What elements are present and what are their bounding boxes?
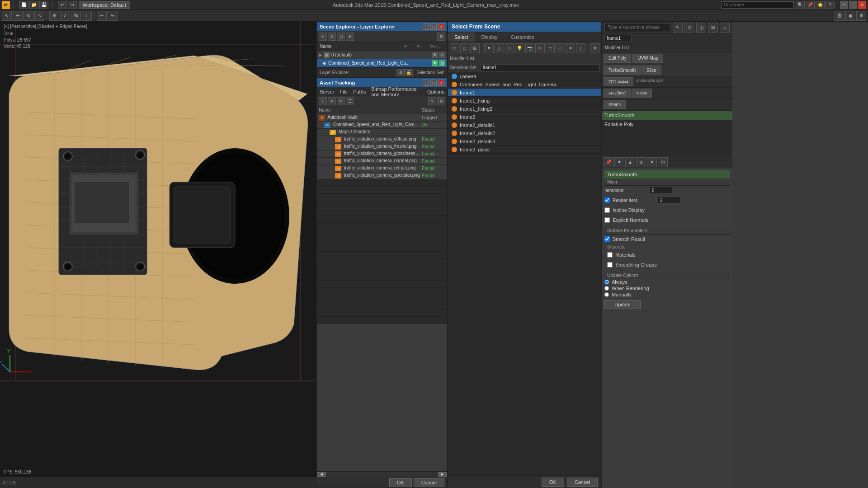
se-close-btn[interactable]: ✕ xyxy=(438,23,444,30)
ts-manually-radio[interactable] xyxy=(604,292,609,297)
angle-snap[interactable]: ∠ xyxy=(60,11,70,21)
pin-btn[interactable]: 📌 xyxy=(806,1,815,9)
uvw-map-btn[interactable]: UVW Map xyxy=(632,54,663,63)
tab-display[interactable]: Display xyxy=(475,33,505,42)
snap-toggle[interactable]: ⊞ xyxy=(49,11,59,21)
at-ok-btn[interactable]: OK xyxy=(389,478,412,487)
at-add-btn[interactable]: + xyxy=(319,97,327,105)
modifier-select-crossing-btn[interactable]: ⌓ xyxy=(720,23,730,33)
close-btn[interactable]: ✕ xyxy=(858,1,866,9)
make-unique-btn[interactable]: ⊕ xyxy=(636,157,646,167)
at-menu-file[interactable]: File xyxy=(340,89,348,94)
star-btn[interactable]: ⭐ xyxy=(816,1,825,9)
scale-btn[interactable]: ⤡ xyxy=(34,11,44,21)
maximize-btn[interactable]: □ xyxy=(849,1,857,9)
modifier-select-window-btn[interactable]: ⊞ xyxy=(708,23,718,33)
at-minimize-btn[interactable]: ─ xyxy=(423,80,429,86)
at-settings-btn[interactable]: ⚙ xyxy=(437,97,445,105)
editable-poly-stack-entry[interactable]: Editable Poly xyxy=(602,120,732,129)
render-setup-btn[interactable]: ⚙ xyxy=(856,11,866,21)
scroll-left-btn[interactable]: ◀ xyxy=(317,472,326,477)
se-lock-icon[interactable]: 🔒 xyxy=(405,69,413,76)
slice-quick-btn[interactable]: Slice xyxy=(642,66,661,75)
select-ok-btn[interactable]: OK xyxy=(542,478,564,487)
workspace-btn[interactable]: Workspace: Default xyxy=(79,1,130,9)
show-end-btn[interactable]: ▼ xyxy=(614,157,624,167)
frame-input[interactable] xyxy=(604,35,632,42)
scene-shape-btn[interactable]: ◇ xyxy=(505,43,514,53)
open-btn[interactable]: 📁 xyxy=(29,1,38,9)
scene-invert-btn[interactable]: ⊞ xyxy=(470,43,480,53)
at-scrollbar[interactable]: ◀ ▶ xyxy=(317,471,447,477)
redo-scene-btn[interactable]: ↪ xyxy=(108,11,118,21)
configure-mod-btn[interactable]: ⚙ xyxy=(658,157,668,167)
rotate-btn[interactable]: ↻ xyxy=(24,11,33,21)
ts-isoline-check[interactable] xyxy=(604,207,610,213)
obj-camera[interactable]: camera xyxy=(448,72,601,80)
scroll-right-btn[interactable]: ▶ xyxy=(438,472,447,477)
at-restore-btn[interactable]: □ xyxy=(430,80,437,86)
layer-rend-icon[interactable]: ◎ xyxy=(439,60,445,66)
ts-iterations-input[interactable] xyxy=(650,187,672,194)
at-cancel-btn[interactable]: Cancel xyxy=(414,478,444,487)
at-row-fresnel[interactable]: Ps traffic_violation_camera_fresnel.png … xyxy=(317,143,447,150)
layer-vis-icon[interactable]: 👁 xyxy=(432,60,438,66)
show-mod-btn[interactable]: ▲ xyxy=(625,157,635,167)
render-btn[interactable]: 🖼 xyxy=(835,11,844,21)
obj-frame1-fixing[interactable]: frame1_fixing xyxy=(448,97,601,105)
ffd-box-btn[interactable]: FFD(box) xyxy=(604,89,631,98)
xform-btn[interactable]: XForm xyxy=(604,100,626,109)
ffd-4x4-btn[interactable]: FFD 4x4x4 xyxy=(604,77,633,86)
at-help-btn[interactable]: ? xyxy=(428,97,436,105)
layer-render-icon[interactable]: ○ xyxy=(439,52,445,58)
percent-snap[interactable]: % xyxy=(71,11,81,21)
modifier-search-input[interactable] xyxy=(604,23,671,32)
obj-frame2[interactable]: frame2 xyxy=(448,113,601,121)
scene-select-none-btn[interactable]: □ xyxy=(460,43,470,53)
spinner-snap[interactable]: ↕ xyxy=(82,11,92,21)
layer-visibility-icon[interactable]: 👁 xyxy=(432,52,438,58)
scene-bone-btn[interactable]: ◌ xyxy=(556,43,565,53)
turbosm-quick-btn[interactable]: TurboSmooth xyxy=(604,66,641,75)
ts-materials-check[interactable] xyxy=(607,252,613,258)
save-btn[interactable]: 💾 xyxy=(39,1,48,9)
at-menu-server[interactable]: Server xyxy=(320,89,334,94)
undo-scene-btn[interactable]: ↩ xyxy=(97,11,107,21)
scene-geo-btn[interactable]: △ xyxy=(495,43,504,53)
selection-set-input[interactable] xyxy=(481,64,599,71)
tab-customize[interactable]: Customize xyxy=(505,33,541,42)
at-menu-paths[interactable]: Paths xyxy=(353,89,366,94)
ts-render-iters-check[interactable] xyxy=(604,197,610,203)
at-row-vault[interactable]: V Autodesk Vault Logged xyxy=(317,114,447,122)
at-close-btn[interactable]: ✕ xyxy=(438,80,444,86)
at-row-diffuse[interactable]: Ps traffic_violation_camera_diffuse.png … xyxy=(317,136,447,143)
ts-when-rendering-radio[interactable] xyxy=(604,286,609,291)
scene-camera-btn[interactable]: 📷 xyxy=(525,43,535,53)
se-settings-icon[interactable]: ⚙ xyxy=(396,69,405,76)
modifier-select-by-name-btn[interactable]: □ xyxy=(684,23,694,33)
obj-frame2-det1[interactable]: frame2_details1 xyxy=(448,121,601,129)
at-row-normal[interactable]: Ps traffic_violation_camera_normal.png F… xyxy=(317,158,447,165)
se-filter-btn[interactable]: ▼ xyxy=(346,33,354,41)
obj-frame2-det3[interactable]: frame2_details3 xyxy=(448,137,601,145)
at-row-refract[interactable]: Ps traffic_violation_camera_refract.png … xyxy=(317,165,447,172)
undo-btn[interactable]: ↩ xyxy=(58,1,67,9)
ts-smooth-check[interactable] xyxy=(604,236,610,242)
redo-btn[interactable]: ↪ xyxy=(68,1,77,9)
ts-update-btn[interactable]: Update xyxy=(604,300,641,309)
at-menu-bitmap[interactable]: Bitmap Performance and Memory xyxy=(371,86,422,97)
keyword-search-input[interactable] xyxy=(722,1,794,9)
search-icon[interactable]: 🔍 xyxy=(796,1,805,9)
ts-render-iters-input[interactable] xyxy=(658,197,680,204)
turbosm-stack-entry[interactable]: TurboSmooth xyxy=(602,111,732,120)
at-remove-btn[interactable]: ✕ xyxy=(328,97,336,105)
tab-select[interactable]: Select xyxy=(448,33,475,42)
at-row-glossiness[interactable]: Ps traffic_violation_camera_glossiness.p… xyxy=(317,150,447,158)
se-settings-btn[interactable]: ⚙ xyxy=(437,33,445,41)
se-select-all-btn[interactable]: ◻ xyxy=(337,33,345,41)
select-cancel-btn[interactable]: Cancel xyxy=(567,478,598,487)
se-delete-btn[interactable]: ✕ xyxy=(328,33,336,41)
pin-stack-btn[interactable]: 📌 xyxy=(604,157,613,167)
select-mode-btn[interactable]: ↖ xyxy=(2,11,12,21)
at-list-btn[interactable]: ☰ xyxy=(346,97,354,105)
